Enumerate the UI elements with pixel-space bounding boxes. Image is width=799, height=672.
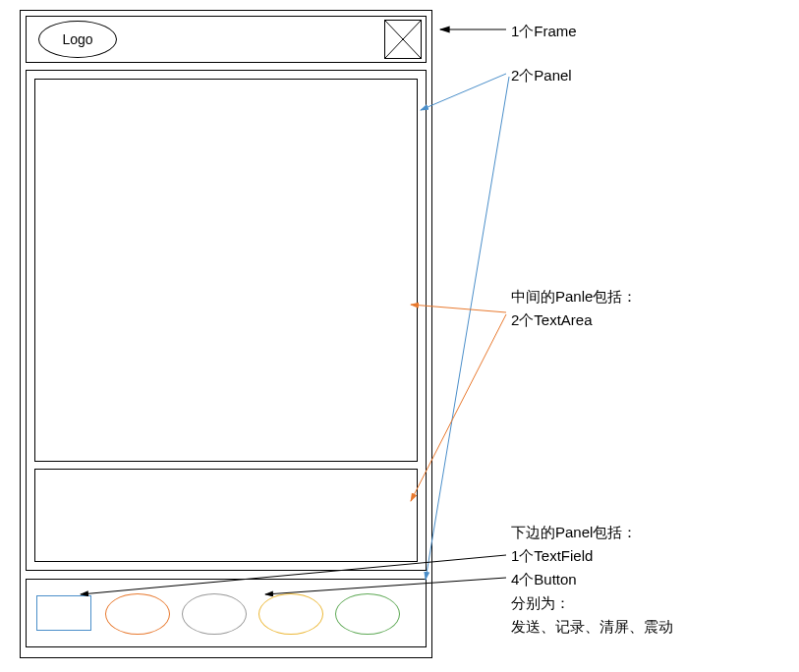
annotation-bot-desc2: 发送、记录、清屏、震动 <box>511 615 673 639</box>
arrow-panel-bot <box>426 77 509 580</box>
bottom-panel <box>26 579 427 647</box>
arrow-panel-mid <box>421 74 506 110</box>
textfield[interactable] <box>36 595 91 631</box>
annotation-mid-panel: 中间的Panle包括： 2个TextArea <box>511 285 637 332</box>
frame-outline: Logo <box>20 10 432 658</box>
logo-label: Logo <box>62 31 92 47</box>
annotation-bot-desc1: 分别为： <box>511 591 673 615</box>
annotation-bot-button: 4个Button <box>511 568 673 591</box>
annotation-panel-text: 2个Panel <box>511 67 572 84</box>
button-record[interactable] <box>182 593 247 635</box>
annotation-bot-title: 下边的Panel包括： <box>511 521 673 544</box>
annotation-mid-title: 中间的Panle包括： <box>511 285 637 308</box>
button-shake[interactable] <box>335 593 400 635</box>
middle-panel <box>26 70 427 571</box>
annotation-frame-text: 1个Frame <box>511 23 577 39</box>
annotation-mid-textarea: 2个TextArea <box>511 308 637 332</box>
button-clear[interactable] <box>258 593 323 635</box>
annotation-frame: 1个Frame <box>511 20 577 43</box>
logo-oval: Logo <box>38 21 117 58</box>
textarea-top[interactable] <box>34 79 418 462</box>
annotation-bot-textfield: 1个TextField <box>511 544 673 568</box>
titlebar: Logo <box>26 16 427 63</box>
annotation-bot-panel: 下边的Panel包括： 1个TextField 4个Button 分别为： 发送… <box>511 521 673 639</box>
close-icon[interactable] <box>384 20 422 59</box>
textarea-bottom[interactable] <box>34 469 418 562</box>
button-send[interactable] <box>105 593 170 635</box>
annotation-panel: 2个Panel <box>511 64 572 87</box>
